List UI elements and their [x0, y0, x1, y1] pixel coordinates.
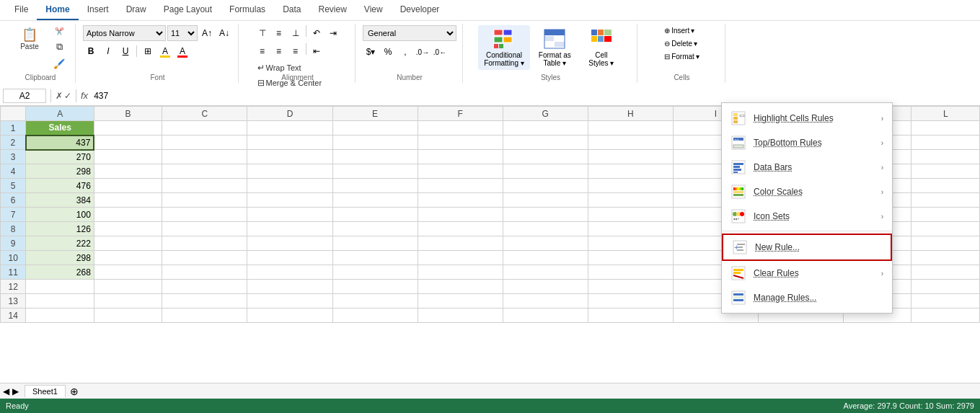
cell-F9[interactable]: [418, 236, 503, 251]
cell-B10[interactable]: [94, 251, 162, 265]
cell-H9[interactable]: [588, 236, 673, 251]
ribbon-tab-developer[interactable]: Developer: [392, 0, 449, 20]
cell-C13[interactable]: [162, 294, 247, 308]
cell-C8[interactable]: [162, 222, 247, 236]
cell-G11[interactable]: [503, 265, 588, 280]
cell-E3[interactable]: [332, 150, 418, 164]
menu-item-topbottom[interactable]: 10Top/Bottom Rules›: [722, 130, 892, 155]
nav-left-icon[interactable]: ◀: [3, 386, 9, 396]
cell-H10[interactable]: [588, 251, 673, 265]
cell-C4[interactable]: [162, 164, 247, 179]
cell-B6[interactable]: [94, 193, 162, 208]
cell-H1[interactable]: [588, 121, 673, 136]
col-header-H[interactable]: H: [588, 107, 673, 121]
cell-F4[interactable]: [418, 164, 503, 179]
cell-D5[interactable]: [247, 179, 332, 193]
cell-D10[interactable]: [247, 251, 332, 265]
cell-C9[interactable]: [162, 236, 247, 251]
cell-G6[interactable]: [503, 193, 588, 208]
cell-G12[interactable]: [503, 280, 588, 294]
cell-L6[interactable]: [911, 193, 980, 208]
cell-F8[interactable]: [418, 222, 503, 236]
row-header-12[interactable]: 12: [1, 280, 26, 294]
cell-C7[interactable]: [162, 208, 247, 222]
cell-H11[interactable]: [588, 265, 673, 280]
cell-A6[interactable]: 384: [26, 193, 94, 208]
cell-B14[interactable]: [94, 308, 162, 323]
decrease-decimal-button[interactable]: .0←: [432, 44, 448, 60]
cell-F2[interactable]: [418, 136, 503, 150]
font-size-select[interactable]: 11: [167, 25, 198, 41]
cell-D7[interactable]: [247, 208, 332, 222]
row-header-7[interactable]: 7: [1, 208, 26, 222]
cell-B8[interactable]: [94, 222, 162, 236]
cell-E10[interactable]: [332, 251, 418, 265]
cell-E2[interactable]: [332, 136, 418, 150]
menu-item-iconsets[interactable]: ••◦Icon Sets›: [722, 204, 892, 228]
cell-E8[interactable]: [332, 222, 418, 236]
cell-B9[interactable]: [94, 236, 162, 251]
cell-D8[interactable]: [247, 222, 332, 236]
col-header-D[interactable]: D: [247, 107, 332, 121]
cell-B11[interactable]: [94, 265, 162, 280]
underline-button[interactable]: U: [118, 43, 133, 59]
sheet-tab-sheet1[interactable]: Sheet1: [25, 385, 66, 397]
cell-L2[interactable]: [911, 136, 980, 150]
col-header-F[interactable]: F: [418, 107, 503, 121]
formula-input[interactable]: [91, 89, 977, 102]
col-header-G[interactable]: G: [503, 107, 588, 121]
cell-H5[interactable]: [588, 179, 673, 193]
format-painter-button[interactable]: 🖌️: [49, 56, 69, 71]
text-direction-button[interactable]: ↶: [309, 25, 325, 41]
cell-A5[interactable]: 476: [26, 179, 94, 193]
conditional-formatting-button[interactable]: Conditional Formatting ▾: [478, 25, 530, 70]
menu-item-databars[interactable]: Data Bars›: [722, 155, 892, 179]
fill-color-button[interactable]: A: [157, 43, 173, 59]
cell-B12[interactable]: [94, 280, 162, 294]
cell-F11[interactable]: [418, 265, 503, 280]
italic-button[interactable]: I: [100, 43, 116, 59]
cell-A1[interactable]: Sales: [26, 121, 94, 136]
menu-item-highlight[interactable]: <=Highlight Cells Rules›: [722, 106, 892, 130]
cell-G8[interactable]: [503, 222, 588, 236]
cell-A14[interactable]: [26, 308, 94, 323]
cell-B5[interactable]: [94, 179, 162, 193]
cell-H8[interactable]: [588, 222, 673, 236]
cell-D13[interactable]: [247, 294, 332, 308]
add-sheet-button[interactable]: ⊕: [70, 386, 79, 397]
col-header-B[interactable]: B: [94, 107, 162, 121]
ribbon-tab-formulas[interactable]: Formulas: [221, 0, 274, 20]
row-header-5[interactable]: 5: [1, 179, 26, 193]
cell-E11[interactable]: [332, 265, 418, 280]
cell-B3[interactable]: [94, 150, 162, 164]
ribbon-tab-view[interactable]: View: [356, 0, 392, 20]
row-header-14[interactable]: 14: [1, 308, 26, 323]
insert-cells-button[interactable]: ⊕ Insert ▾: [661, 25, 698, 36]
cell-C12[interactable]: [162, 280, 247, 294]
row-header-1[interactable]: 1: [1, 121, 26, 136]
cell-H12[interactable]: [588, 280, 673, 294]
col-header-C[interactable]: C: [162, 107, 247, 121]
cell-D1[interactable]: [247, 121, 332, 136]
percent-button[interactable]: %: [380, 44, 396, 60]
ribbon-tab-insert[interactable]: Insert: [79, 0, 118, 20]
cell-H2[interactable]: [588, 136, 673, 150]
wrap-text-button[interactable]: ↵ Wrap Text: [255, 61, 304, 74]
cell-E1[interactable]: [332, 121, 418, 136]
currency-button[interactable]: $▾: [363, 44, 379, 60]
cell-B1[interactable]: [94, 121, 162, 136]
cell-L12[interactable]: [911, 280, 980, 294]
cell-E9[interactable]: [332, 236, 418, 251]
increase-decimal-button[interactable]: .0→: [415, 44, 431, 60]
cell-A3[interactable]: 270: [26, 150, 94, 164]
cell-G10[interactable]: [503, 251, 588, 265]
cell-G1[interactable]: [503, 121, 588, 136]
cell-A8[interactable]: 126: [26, 222, 94, 236]
cell-G3[interactable]: [503, 150, 588, 164]
cancel-formula-icon[interactable]: ✗: [56, 91, 63, 101]
menu-item-colorscales[interactable]: Color Scales›: [722, 179, 892, 204]
cell-E5[interactable]: [332, 179, 418, 193]
col-header-E[interactable]: E: [332, 107, 418, 121]
format-as-table-button[interactable]: Format as Table ▾: [533, 25, 577, 70]
cell-L7[interactable]: [911, 208, 980, 222]
